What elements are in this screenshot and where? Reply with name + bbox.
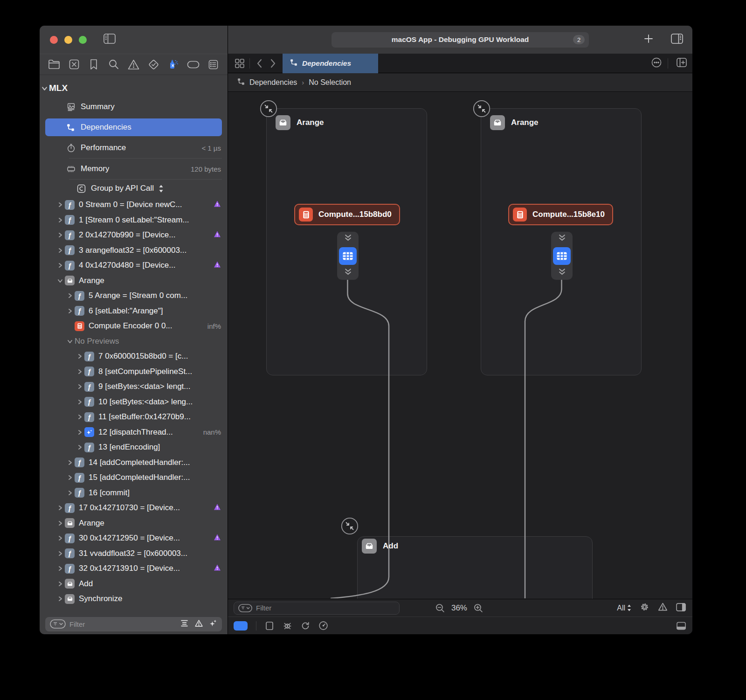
sidebar-item-dependencies[interactable]: Dependencies [40, 117, 228, 138]
debug-bug-icon[interactable] [283, 621, 292, 631]
tree-row[interactable]: ƒ31 vvaddfloat32 = [0x600003... [40, 546, 228, 561]
tree-row[interactable]: ƒ0 Stream 0 = [Device newC... [40, 197, 228, 213]
tree-row[interactable]: ƒ15 [addCompletedHandler:... [40, 470, 228, 485]
buffer-resource-icon[interactable] [339, 247, 357, 265]
tree-row[interactable]: ƒ30 0x142712950 = [Device... [40, 531, 228, 546]
sidebar-item-memory[interactable]: Memory120 bytes [40, 159, 228, 179]
chevron-right-icon[interactable] [55, 232, 65, 238]
tree-row[interactable]: ƒ16 [commit] [40, 485, 228, 501]
tree-row[interactable]: Synchronize [40, 591, 228, 607]
zoom-in-button[interactable] [474, 603, 483, 613]
tab-dependencies[interactable]: Dependencies [283, 54, 378, 73]
bookmark-icon[interactable] [87, 57, 101, 71]
chevron-right-icon[interactable] [75, 399, 84, 405]
sidebar-item-group-by-api-call[interactable]: Group by API Call [40, 180, 228, 197]
bottom-panel-icon[interactable] [677, 622, 686, 630]
warning-icon[interactable] [127, 57, 141, 71]
collapse-group-icon[interactable] [341, 517, 359, 535]
tree-row[interactable]: Arange [40, 273, 228, 289]
chevron-right-icon[interactable] [55, 505, 65, 511]
settings-gear-icon[interactable] [640, 602, 649, 614]
sidebar-filter-input[interactable] [69, 620, 180, 628]
chevron-right-icon[interactable] [75, 430, 84, 435]
canvas-filter-field[interactable] [234, 602, 400, 615]
tree-row[interactable]: ƒ17 0x142710730 = [Device... [40, 500, 228, 516]
tree-row[interactable]: ƒ32 0x142713910 = [Device... [40, 561, 228, 576]
sparkles-icon[interactable] [209, 619, 217, 629]
tree-row[interactable]: ƒ4 0x14270d480 = [Device... [40, 258, 228, 273]
close-square-icon[interactable] [67, 57, 81, 71]
chevron-right-icon[interactable] [75, 444, 84, 450]
tree-row[interactable]: ƒ11 [setBuffer:0x14270b9... [40, 409, 228, 425]
tree-row[interactable]: ƒ10 [setBytes:<data> leng... [40, 395, 228, 410]
chevron-right-icon[interactable] [55, 535, 65, 541]
frame-capture-icon[interactable] [265, 621, 274, 631]
add-editor-icon[interactable] [677, 58, 687, 69]
spray-icon[interactable] [166, 57, 180, 71]
chevron-right-icon[interactable] [65, 475, 75, 480]
zoom-level[interactable]: 36% [451, 603, 467, 613]
performance-gauge-icon[interactable] [318, 621, 328, 631]
chevron-right-icon[interactable] [65, 490, 75, 496]
zoom-out-button[interactable] [435, 603, 445, 613]
chevron-right-icon[interactable] [55, 202, 65, 208]
zoom-window-button[interactable] [79, 36, 87, 44]
chevron-right-icon[interactable] [55, 581, 65, 587]
chevron-right-icon[interactable] [55, 566, 65, 571]
tree-row[interactable]: ƒ3 arangefloat32 = [0x600003... [40, 243, 228, 258]
tree-row[interactable]: ƒ14 [addCompletedHandler:... [40, 455, 228, 471]
compute-node-right[interactable]: Compute...15b8e10 [508, 204, 613, 225]
window-title-tab[interactable]: macOS App - Debugging GPU Workload 2 [332, 32, 589, 48]
tree-row[interactable]: ƒ5 Arange = [Stream 0 com... [40, 288, 228, 304]
chevron-right-icon[interactable] [75, 369, 84, 374]
warnings-icon[interactable] [658, 602, 668, 614]
chevron-right-icon[interactable] [65, 460, 75, 465]
compute-node-left[interactable]: Compute...15b8bd0 [294, 204, 400, 225]
reload-icon[interactable] [301, 621, 310, 631]
tree-row[interactable]: No Previews [40, 334, 228, 349]
tag-icon[interactable] [186, 57, 200, 71]
resource-stack-right[interactable] [551, 232, 573, 280]
tree-row[interactable]: ƒ6 [setLabel:"Arange"] [40, 304, 228, 319]
chevron-right-icon[interactable] [65, 293, 75, 298]
search-icon[interactable] [107, 57, 121, 71]
chevron-right-icon[interactable] [65, 308, 75, 314]
chevron-down-icon[interactable] [40, 85, 49, 91]
tree-row[interactable]: ƒ1 [Stream 0 setLabel:"Stream... [40, 213, 228, 228]
list-icon[interactable] [206, 57, 220, 71]
tab-overview-icon[interactable] [235, 58, 245, 69]
canvas-filter-input[interactable] [256, 604, 395, 612]
buffer-resource-icon[interactable] [553, 247, 571, 265]
collapse-group-icon[interactable] [260, 100, 277, 118]
tree-row[interactable]: ƒ9 [setBytes:<data> lengt... [40, 379, 228, 395]
flatten-icon[interactable] [180, 619, 188, 629]
tree-row[interactable]: 12 [dispatchThread...nan% [40, 425, 228, 440]
inspector-panel-icon[interactable] [676, 603, 686, 613]
chevron-down-icon[interactable] [65, 339, 75, 344]
tree-row[interactable]: Arange [40, 516, 228, 531]
chevron-right-icon[interactable] [55, 596, 65, 602]
sidebar-toggle-icon[interactable] [104, 34, 116, 46]
sidebar-item-performance[interactable]: Performance< 1 µs [40, 138, 228, 158]
chevron-right-icon[interactable] [75, 414, 84, 420]
scope-dropdown[interactable]: All [617, 604, 631, 612]
tree-row[interactable]: ƒ7 0x6000015b8bd0 = [c... [40, 349, 228, 364]
chevron-right-icon[interactable] [55, 248, 65, 253]
sidebar-filter-field[interactable] [45, 617, 222, 631]
chevron-down-icon[interactable] [55, 278, 65, 284]
tree-row[interactable]: ƒ13 [endEncoding] [40, 440, 228, 455]
dependency-graph-canvas[interactable]: Arange Arange Add Compute...15b8bd0 Comp… [228, 92, 692, 599]
folder-icon[interactable] [47, 57, 61, 71]
breadcrumb-item[interactable]: No Selection [309, 78, 351, 87]
add-tab-button[interactable] [644, 34, 653, 45]
tree-row[interactable]: Compute Encoder 0 0...inf% [40, 319, 228, 334]
chevron-right-icon[interactable] [55, 217, 65, 223]
warning-filter-icon[interactable] [195, 619, 203, 629]
resource-stack-left[interactable] [337, 232, 359, 280]
chevron-right-icon[interactable] [55, 520, 65, 526]
chevron-right-icon[interactable] [75, 384, 84, 389]
forward-button[interactable] [266, 59, 280, 68]
right-panel-toggle-icon[interactable] [671, 34, 683, 46]
sidebar-item-summary[interactable]: Summary [40, 97, 228, 117]
tree-row[interactable]: Add [40, 576, 228, 592]
